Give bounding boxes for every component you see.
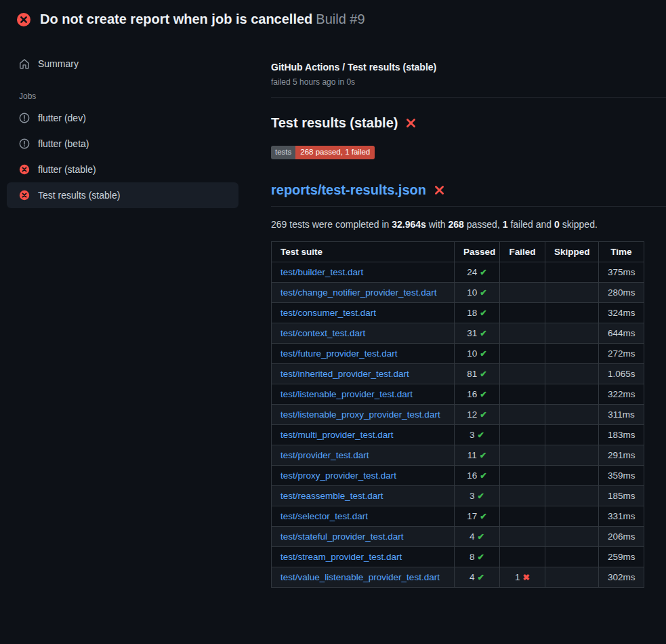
test-suite-link[interactable]: test/selector_test.dart: [280, 511, 368, 521]
cell-passed: 10 ✔: [455, 343, 500, 363]
summary-text: 269 tests were completed in: [271, 219, 392, 230]
cell-test-suite: test/listenable_provider_test.dart: [272, 384, 455, 404]
check-icon: ✔: [480, 268, 486, 277]
test-suite-link[interactable]: test/stateful_provider_test.dart: [280, 531, 404, 542]
cell-failed: [500, 262, 545, 282]
passed-count: 3: [470, 491, 475, 501]
sidebar-item-summary[interactable]: Summary: [7, 51, 238, 77]
test-suite-link[interactable]: test/reassemble_test.dart: [280, 491, 383, 501]
check-icon: ✔: [480, 288, 486, 298]
table-row: test/consumer_test.dart18 ✔324ms: [272, 302, 644, 323]
passed-count: 18: [467, 308, 477, 318]
cell-test-suite: test/value_listenable_provider_test.dart: [272, 567, 455, 587]
passed-count: 24: [467, 267, 477, 277]
jobs-heading: Jobs: [19, 92, 238, 101]
passed-count: 16: [467, 389, 477, 399]
cell-passed: 17 ✔: [455, 506, 500, 526]
passed-count: 4: [470, 531, 475, 542]
cell-skipped: [545, 343, 599, 363]
test-suite-link[interactable]: test/context_test.dart: [280, 328, 365, 338]
check-icon: ✔: [480, 369, 486, 379]
cell-test-suite: test/builder_test.dart: [272, 262, 455, 282]
table-row: test/proxy_provider_test.dart16 ✔359ms: [272, 465, 644, 485]
alert-circle-icon: [19, 113, 30, 123]
cell-time: 644ms: [599, 323, 644, 343]
table-row: test/stateful_provider_test.dart4 ✔206ms: [272, 526, 644, 546]
cell-skipped: [545, 445, 599, 465]
table-row: test/inherited_provider_test.dart81 ✔1.0…: [272, 363, 644, 384]
sidebar-item-job[interactable]: flutter (beta): [7, 131, 238, 157]
x-circle-icon: [16, 12, 31, 27]
cell-passed: 18 ✔: [455, 302, 500, 323]
divider: [271, 97, 666, 98]
cell-time: 311ms: [599, 404, 644, 424]
duration-value: 32.964s: [392, 219, 426, 230]
section-title-text: Test results (stable): [271, 115, 398, 131]
test-suite-link[interactable]: test/change_notifier_provider_test.dart: [280, 287, 436, 298]
cell-passed: 8 ✔: [455, 546, 500, 567]
cell-test-suite: test/selector_test.dart: [272, 506, 455, 526]
cell-time: 322ms: [599, 384, 644, 404]
passed-count: 3: [470, 430, 475, 440]
breadcrumb: GitHub Actions / Test results (stable): [271, 62, 666, 73]
test-suite-link[interactable]: test/proxy_provider_test.dart: [280, 470, 396, 481]
check-icon: ✔: [477, 430, 484, 440]
table-row: test/builder_test.dart24 ✔375ms: [272, 262, 644, 282]
sidebar-item-job[interactable]: flutter (stable): [7, 157, 238, 182]
test-suite-link[interactable]: test/future_provider_test.dart: [280, 348, 398, 359]
table-row: test/listenable_provider_test.dart16 ✔32…: [272, 384, 644, 404]
cell-failed: [500, 302, 545, 323]
table-header-row: Test suite Passed Failed Skipped Time: [272, 241, 644, 262]
test-suite-link[interactable]: test/stream_provider_test.dart: [280, 552, 402, 562]
test-suite-link[interactable]: test/inherited_provider_test.dart: [280, 369, 409, 379]
check-icon: ✔: [480, 451, 486, 460]
test-suite-link[interactable]: test/listenable_provider_test.dart: [280, 389, 413, 399]
table-row: test/listenable_proxy_provider_test.dart…: [272, 404, 644, 424]
build-number: Build #9: [316, 12, 365, 26]
cell-skipped: [545, 485, 599, 506]
passed-count: 81: [467, 369, 477, 379]
sidebar-item-job[interactable]: flutter (dev): [7, 105, 238, 131]
cell-failed: [500, 282, 545, 302]
summary-text: passed,: [464, 219, 503, 230]
cell-test-suite: test/stream_provider_test.dart: [272, 546, 455, 567]
cell-passed: 10 ✔: [455, 282, 500, 302]
github-checks-page: Do not create report when job is cancell…: [0, 0, 666, 588]
cell-failed: [500, 546, 545, 567]
passed-count: 10: [467, 348, 477, 359]
run-title-block: Do not create report when job is cancell…: [40, 11, 365, 28]
report-link[interactable]: reports/test-results.json: [271, 182, 426, 198]
cell-time: 291ms: [599, 445, 644, 465]
cell-test-suite: test/listenable_proxy_provider_test.dart: [272, 404, 455, 424]
test-suite-link[interactable]: test/provider_test.dart: [280, 450, 369, 460]
passed-count: 31: [467, 328, 477, 338]
cell-test-suite: test/proxy_provider_test.dart: [272, 465, 455, 485]
cell-skipped: [545, 404, 599, 424]
check-icon: ✔: [477, 573, 484, 582]
table-row: test/provider_test.dart11 ✔291ms: [272, 445, 644, 465]
report-title: reports/test-results.json: [271, 182, 666, 207]
failed-total: 1: [503, 219, 508, 230]
cell-skipped: [545, 282, 599, 302]
cell-failed: [500, 384, 545, 404]
section-title: Test results (stable): [271, 115, 666, 131]
cell-passed: 11 ✔: [455, 445, 500, 465]
cell-failed: [500, 343, 545, 363]
passed-count: 8: [470, 552, 475, 562]
test-suite-link[interactable]: test/consumer_test.dart: [280, 308, 376, 318]
summary-text: failed and: [508, 219, 555, 230]
test-suite-link[interactable]: test/builder_test.dart: [280, 267, 363, 277]
passed-count: 12: [467, 409, 477, 420]
sidebar-item-job[interactable]: Test results (stable): [7, 182, 238, 208]
cell-skipped: [545, 262, 599, 282]
cell-skipped: [545, 526, 599, 546]
cell-passed: 16 ✔: [455, 384, 500, 404]
x-circle-icon: [19, 190, 30, 201]
cell-time: 272ms: [599, 343, 644, 363]
test-suite-link[interactable]: test/multi_provider_test.dart: [280, 430, 394, 440]
check-icon: ✔: [480, 410, 486, 420]
test-suite-link[interactable]: test/listenable_proxy_provider_test.dart: [280, 409, 440, 420]
test-suite-link[interactable]: test/value_listenable_provider_test.dart: [280, 572, 440, 582]
col-header-skipped: Skipped: [545, 241, 599, 262]
cell-test-suite: test/consumer_test.dart: [272, 302, 455, 323]
